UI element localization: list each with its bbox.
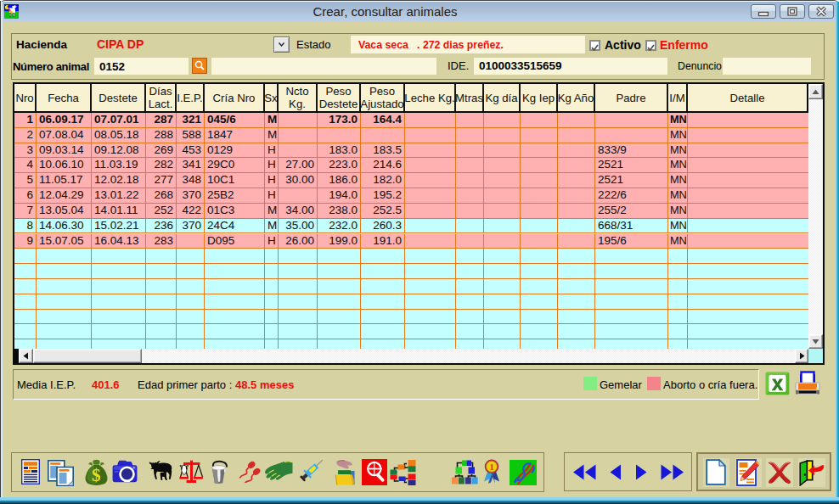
svg-text:1: 1 (489, 462, 493, 472)
svg-text:$: $ (92, 465, 101, 485)
